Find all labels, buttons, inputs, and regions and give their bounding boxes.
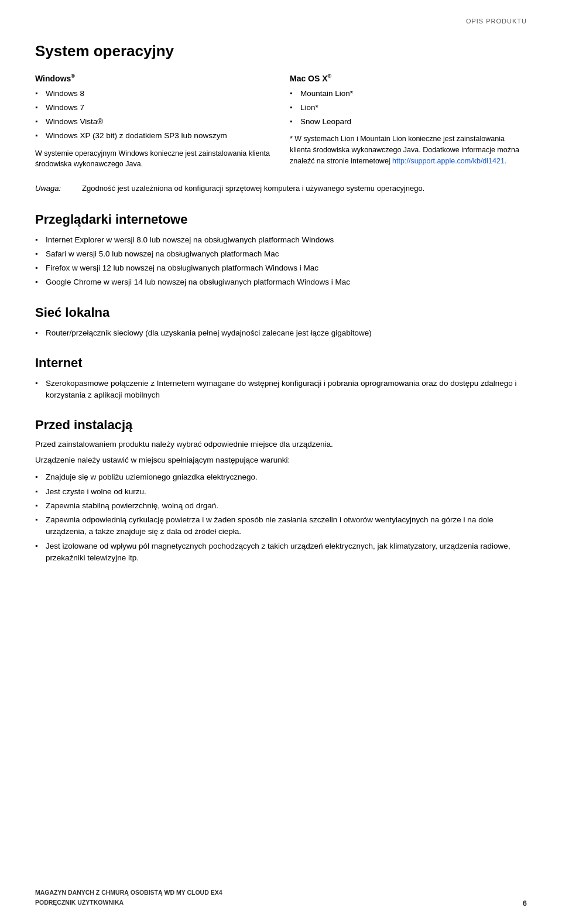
list-item: Zapewnia odpowiednią cyrkulację powietrz… <box>35 514 527 538</box>
mac-col-label: Mac OS X® <box>290 73 527 83</box>
list-item: Lion* <box>290 102 527 114</box>
before-install-intro2: Urządzenie należy ustawić w miejscu speł… <box>35 454 527 467</box>
os-two-col: Windows® Windows 8 Windows 7 Windows Vis… <box>35 73 527 170</box>
footer-line1: MAGAZYN DANYCH Z CHMURĄ OSOBISTĄ WD MY C… <box>35 888 222 898</box>
section-internet-title: Internet <box>35 355 527 371</box>
list-item: Windows 7 <box>35 102 272 114</box>
list-item: Szerokopasmowe połączenie z Internetem w… <box>35 378 527 402</box>
mac-note: * W systemach Lion i Mountain Lion konie… <box>290 134 527 166</box>
windows-list: Windows 8 Windows 7 Windows Vista® Windo… <box>35 88 272 142</box>
mac-list: Mountain Lion* Lion* Snow Leopard <box>290 88 527 128</box>
list-item: Snow Leopard <box>290 116 527 128</box>
mac-link[interactable]: http://support.apple.com/kb/dl1421. <box>392 157 506 165</box>
section-network: Sieć lokalna Router/przełącznik sieciowy… <box>35 305 527 339</box>
browsers-list: Internet Explorer w wersji 8.0 lub nowsz… <box>35 234 527 289</box>
windows-col-label: Windows® <box>35 73 272 83</box>
footer-page-number: 6 <box>523 899 527 908</box>
uwaga-label: Uwaga: <box>35 183 76 194</box>
internet-list: Szerokopasmowe połączenie z Internetem w… <box>35 378 527 402</box>
list-item: Znajduje się w pobliżu uziemionego gniaz… <box>35 471 527 483</box>
windows-note: W systemie operacyjnym Windows konieczne… <box>35 148 272 170</box>
uwaga-text: Zgodność jest uzależniona od konfiguracj… <box>82 183 424 194</box>
list-item: Firefox w wersji 12 lub nowszej na obsłu… <box>35 262 527 274</box>
list-item: Safari w wersji 5.0 lub nowszej na obsłu… <box>35 248 527 260</box>
section-browsers: Przeglądarki internetowe Internet Explor… <box>35 212 527 289</box>
section-os-title: System operacyjny <box>35 42 527 60</box>
footer-left: MAGAZYN DANYCH Z CHMURĄ OSOBISTĄ WD MY C… <box>35 888 222 908</box>
list-item: Windows 8 <box>35 88 272 100</box>
section-network-title: Sieć lokalna <box>35 305 527 320</box>
list-item: Router/przełącznik sieciowy (dla uzyskan… <box>35 327 527 339</box>
windows-col: Windows® Windows 8 Windows 7 Windows Vis… <box>35 73 272 170</box>
page-header: OPIS PRODUKTU <box>35 18 527 25</box>
before-install-intro1: Przed zainstalowaniem produktu należy wy… <box>35 439 527 451</box>
list-item: Windows Vista® <box>35 116 272 128</box>
network-list: Router/przełącznik sieciowy (dla uzyskan… <box>35 327 527 339</box>
list-item: Jest izolowane od wpływu pól magnetyczny… <box>35 540 527 564</box>
footer-line2: PODRĘCZNIK UŻYTKOWNIKA <box>35 898 222 908</box>
before-install-list: Znajduje się w pobliżu uziemionego gniaz… <box>35 471 527 564</box>
list-item: Internet Explorer w wersji 8.0 lub nowsz… <box>35 234 527 246</box>
page-container: OPIS PRODUKTU System operacyjny Windows®… <box>0 0 562 924</box>
list-item: Google Chrome w wersji 14 lub nowszej na… <box>35 276 527 288</box>
uwaga-box: Uwaga: Zgodność jest uzależniona od konf… <box>35 183 527 194</box>
mac-col: Mac OS X® Mountain Lion* Lion* Snow Leop… <box>290 73 527 170</box>
section-browsers-title: Przeglądarki internetowe <box>35 212 527 227</box>
page-footer: MAGAZYN DANYCH Z CHMURĄ OSOBISTĄ WD MY C… <box>35 888 527 908</box>
section-os: System operacyjny Windows® Windows 8 Win… <box>35 42 527 194</box>
section-before-install-title: Przed instalacją <box>35 417 527 433</box>
list-item: Zapewnia stabilną powierzchnię, wolną od… <box>35 500 527 512</box>
list-item: Mountain Lion* <box>290 88 527 100</box>
list-item: Jest czyste i wolne od kurzu. <box>35 486 527 498</box>
section-before-install: Przed instalacją Przed zainstalowaniem p… <box>35 417 527 564</box>
header-label: OPIS PRODUKTU <box>466 18 527 25</box>
list-item: Windows XP (32 bit) z dodatkiem SP3 lub … <box>35 130 272 142</box>
section-internet: Internet Szerokopasmowe połączenie z Int… <box>35 355 527 402</box>
